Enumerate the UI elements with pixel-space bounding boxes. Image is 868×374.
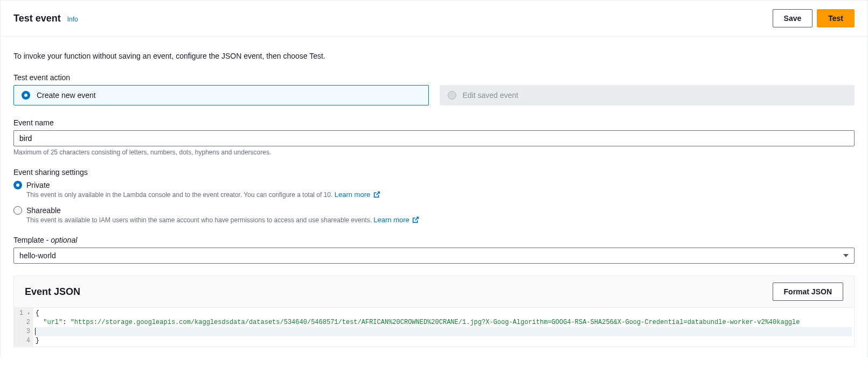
panel-body: To invoke your function without saving a… <box>0 37 868 358</box>
sharing-label: Event sharing settings <box>13 168 855 177</box>
description-text: To invoke your function without saving a… <box>13 52 855 60</box>
event-name-input[interactable] <box>13 130 855 146</box>
fold-icon[interactable]: ▾ <box>27 311 30 316</box>
radio-private[interactable]: Private <box>13 181 855 189</box>
editor-gutter: 1 ▾ 2 3 4 <box>14 308 33 347</box>
json-header: Event JSON Format JSON <box>14 276 854 307</box>
tile-label: Create new event <box>37 91 96 100</box>
template-label: Template - optional <box>13 236 855 244</box>
radio-icon <box>13 206 22 215</box>
action-label: Test event action <box>13 73 855 82</box>
radio-icon <box>448 91 456 100</box>
select-value: hello-world <box>19 251 56 260</box>
tile-create-new-event[interactable]: Create new event <box>13 85 429 105</box>
radio-icon <box>13 181 22 189</box>
header-actions: Save Test <box>773 9 855 27</box>
header-left: Test event Info <box>13 13 78 24</box>
event-name-hint: Maximum of 25 characters consisting of l… <box>13 149 855 156</box>
radio-icon <box>22 91 30 100</box>
test-button[interactable]: Test <box>817 9 855 27</box>
event-name-label: Event name <box>13 118 855 127</box>
radio-label: Shareable <box>26 206 61 215</box>
radio-label: Private <box>26 181 50 189</box>
chevron-down-icon <box>843 254 849 257</box>
event-json-panel: Event JSON Format JSON 1 ▾ 2 3 4 { "url"… <box>13 276 855 347</box>
learn-more-link[interactable]: Learn more <box>335 190 380 199</box>
tile-edit-saved-event: Edit saved event <box>440 85 855 105</box>
private-description: This event is only available in the Lamb… <box>26 190 855 199</box>
json-editor[interactable]: 1 ▾ 2 3 4 { "url": "https://storage.goog… <box>14 307 854 347</box>
info-link[interactable]: Info <box>67 16 78 23</box>
panel-header: Test event Info Save Test <box>0 0 868 37</box>
action-tiles: Create new event Edit saved event <box>13 85 855 105</box>
cursor-icon <box>35 328 36 335</box>
save-button[interactable]: Save <box>773 9 813 27</box>
tile-label: Edit saved event <box>463 91 519 100</box>
shareable-description: This event is available to IAM users wit… <box>26 216 855 224</box>
format-json-button[interactable]: Format JSON <box>773 283 843 301</box>
external-link-icon <box>373 191 380 198</box>
template-select[interactable]: hello-world <box>13 248 855 264</box>
radio-shareable[interactable]: Shareable <box>13 206 855 215</box>
editor-code[interactable]: { "url": "https://storage.googleapis.com… <box>33 308 854 347</box>
external-link-icon <box>412 216 419 223</box>
page-title: Test event <box>13 13 61 24</box>
learn-more-link[interactable]: Learn more <box>373 216 419 224</box>
json-title: Event JSON <box>25 286 80 298</box>
